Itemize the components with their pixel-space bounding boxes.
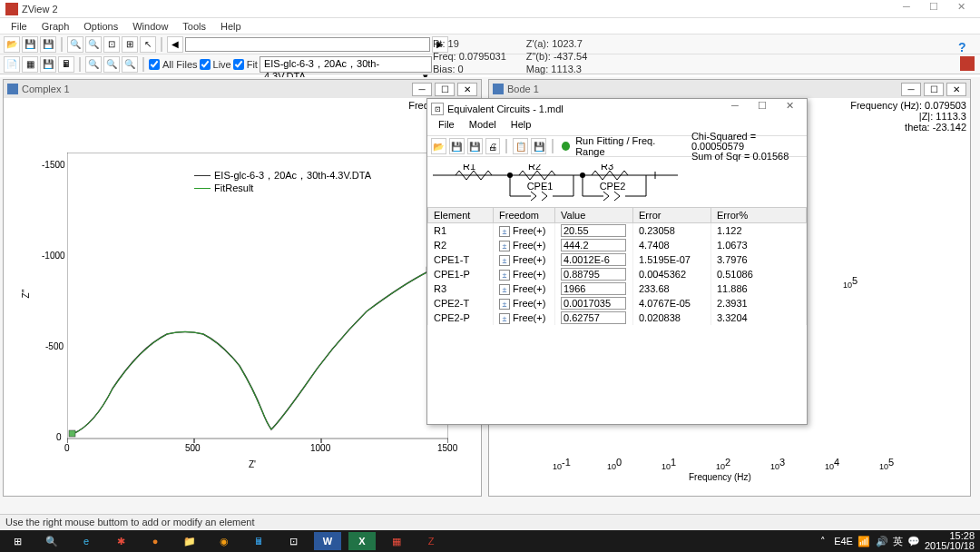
menu-help[interactable]: Help (213, 21, 249, 32)
main-menubar: File Graph Options Window Tools Help (0, 18, 980, 34)
open-button[interactable]: 📂 (4, 36, 20, 53)
cell-errorp: 2.3931 (711, 296, 807, 310)
zoom-rect-button[interactable]: ⊡ (103, 36, 120, 53)
complex-close[interactable]: ✕ (457, 83, 477, 96)
dataset-dropdown[interactable]: EIS-glc-6-3，20Ac，30th-4.3V.DTA▾ (260, 56, 432, 73)
fit-checkbox[interactable]: Fit (233, 59, 258, 70)
calculator-icon[interactable]: 🖩 (241, 530, 276, 552)
circuit-save-button[interactable]: 💾 (449, 138, 465, 154)
circuit-print-button[interactable]: 🖨 (485, 138, 501, 154)
col-error[interactable]: Error (633, 208, 711, 223)
circuit-menu-file[interactable]: File (431, 119, 462, 135)
ie-icon[interactable]: e (69, 530, 103, 552)
menu-options[interactable]: Options (76, 21, 125, 32)
save-button[interactable]: 💾 (22, 36, 38, 53)
bode-maximize[interactable]: ☐ (924, 83, 944, 96)
app-icon-2[interactable]: ◉ (207, 530, 241, 552)
col-element[interactable]: Element (428, 208, 494, 223)
bode-close[interactable]: ✕ (946, 83, 966, 96)
complex-plot[interactable]: Frequency (Hz) Z -1500 -1000 -500 0 Z'' … (4, 98, 481, 496)
cell-value[interactable] (555, 238, 633, 252)
close-button[interactable]: ✕ (947, 1, 975, 17)
circuit-copy-button[interactable]: 📋 (513, 138, 528, 154)
zoom-out-button[interactable]: 🔍 (85, 36, 102, 53)
cell-freedom[interactable]: ±Free(+) (494, 267, 555, 281)
ime-indicator[interactable]: 英 (893, 535, 903, 548)
cell-value[interactable] (555, 252, 633, 267)
circuit-titlebar[interactable]: ⊡ Equivalent Circuits - 1.mdl ─ ☐ ✕ (427, 99, 807, 119)
app-icon-1[interactable]: ✱ (103, 530, 138, 552)
complex-minimize[interactable]: ─ (412, 83, 432, 96)
complex-plot-svg (67, 153, 448, 457)
menu-window[interactable]: Window (125, 21, 175, 32)
doc-button[interactable]: 📄 (4, 56, 20, 73)
col-freedom[interactable]: Freedom (494, 208, 555, 223)
circuit-menu-model[interactable]: Model (462, 119, 504, 135)
explorer-icon[interactable]: 📁 (172, 530, 207, 552)
calc-button[interactable]: 🖩 (58, 56, 74, 73)
save2-button[interactable]: 💾 (40, 36, 56, 53)
zoom4-button[interactable]: 🔍 (122, 56, 138, 73)
cell-freedom[interactable]: ±Free(+) (494, 252, 555, 267)
app-icon-3[interactable]: ⊡ (276, 530, 310, 552)
app-icon-4[interactable]: ▦ (379, 530, 414, 552)
col-value[interactable]: Value (555, 208, 633, 223)
zoom3-button[interactable]: 🔍 (103, 56, 120, 73)
circuit-open-button[interactable]: 📂 (431, 138, 446, 154)
excel-icon[interactable]: X (348, 532, 376, 550)
zoom-in-button[interactable]: 🔍 (67, 36, 83, 53)
menu-tools[interactable]: Tools (175, 21, 213, 32)
zoom2-button[interactable]: 🔍 (85, 56, 102, 73)
circuit-diagram[interactable]: R1 R2 CPE1 R3 CPE2 (427, 157, 807, 207)
maximize-button[interactable]: ☐ (920, 1, 947, 17)
options-icon[interactable] (960, 56, 975, 71)
circuit-close[interactable]: ✕ (776, 100, 803, 118)
col-errorp[interactable]: Error% (711, 208, 807, 223)
cell-freedom[interactable]: ±Free(+) (494, 281, 555, 296)
start-button[interactable]: ⊞ (0, 530, 34, 552)
taskbar-clock[interactable]: 15:28 2015/10/18 (925, 531, 975, 551)
wifi-icon[interactable]: 📶 (857, 534, 871, 548)
cursor-button[interactable]: ↖ (140, 36, 156, 53)
bode-titlebar[interactable]: Bode 1 ─ ☐ ✕ (489, 80, 970, 98)
cell-freedom[interactable]: ±Free(+) (494, 223, 555, 239)
menu-graph[interactable]: Graph (34, 21, 77, 32)
zview-taskbar-icon[interactable]: Z (414, 530, 448, 552)
circuit-save3-button[interactable]: 💾 (531, 138, 546, 154)
word-icon[interactable]: W (314, 532, 341, 550)
grid-button[interactable]: ▦ (22, 56, 38, 73)
cell-freedom[interactable]: ±Free(+) (494, 310, 555, 325)
all-files-checkbox[interactable]: All Files (149, 59, 198, 70)
cell-value[interactable] (555, 223, 633, 239)
cell-value[interactable] (555, 296, 633, 310)
circuit-minimize[interactable]: ─ (721, 100, 749, 118)
nav-prev-button[interactable]: ◀ (167, 36, 183, 53)
tray-e4e[interactable]: E4E (834, 536, 853, 547)
search-button[interactable]: 🔍 (34, 530, 69, 552)
circuit-save2-button[interactable]: 💾 (467, 138, 483, 154)
tray-expand-icon[interactable]: ˄ (816, 534, 830, 548)
complex-titlebar[interactable]: Complex 1 ─ ☐ ✕ (4, 80, 481, 98)
slider-track[interactable] (185, 37, 430, 52)
cell-freedom[interactable]: ±Free(+) (494, 238, 555, 252)
minimize-button[interactable]: ─ (893, 1, 920, 17)
svg-rect-1 (69, 430, 75, 437)
table-row: CPE2-T±Free(+)4.0767E-052.3931 (428, 296, 807, 310)
action-center-icon[interactable]: 💬 (906, 534, 921, 548)
cell-freedom[interactable]: ±Free(+) (494, 296, 555, 310)
live-checkbox[interactable]: Live (200, 59, 231, 70)
save3-button[interactable]: 💾 (40, 56, 56, 73)
cell-value[interactable] (555, 281, 633, 296)
circuit-maximize[interactable]: ☐ (749, 100, 776, 118)
bode-minimize[interactable]: ─ (901, 83, 921, 96)
cell-value[interactable] (555, 310, 633, 325)
circuit-menu-help[interactable]: Help (504, 119, 539, 135)
zoom-auto-button[interactable]: ⊞ (122, 36, 138, 53)
complex-maximize[interactable]: ☐ (435, 83, 455, 96)
run-fitting-button[interactable]: Run Fitting / Freq. Range (575, 135, 680, 157)
volume-icon[interactable]: 🔊 (875, 534, 889, 548)
help-icon[interactable]: ? (958, 40, 973, 54)
firefox-icon[interactable]: ● (138, 530, 172, 552)
menu-file[interactable]: File (4, 21, 34, 32)
cell-value[interactable] (555, 267, 633, 281)
